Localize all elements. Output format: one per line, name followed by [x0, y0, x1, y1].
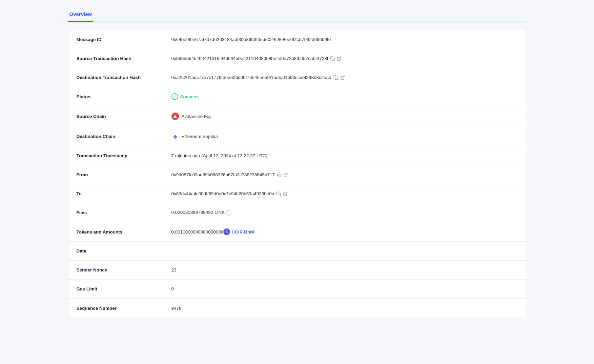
- hash-link-source-tx-hash[interactable]: 0x96b5b645f4f442131fc9466ff459e2211d4080…: [171, 56, 328, 61]
- row-data: Data: [68, 242, 526, 261]
- ccip-bnm-link[interactable]: CCIP-BnM: [231, 229, 254, 235]
- row-message-id: Message ID0x64be9f0e67af707d6203184adf30…: [68, 30, 526, 49]
- label-gas-limit: Gas Limit: [77, 286, 171, 291]
- svg-line-8: [285, 192, 287, 194]
- value-status: ✓Success: [171, 93, 518, 100]
- row-gas-limit: Gas Limit0: [68, 280, 526, 299]
- external-link-icon-dest-tx-hash[interactable]: [340, 75, 345, 80]
- label-message-id: Message ID: [77, 37, 171, 42]
- row-sequence-number: Sequence Number9478: [68, 299, 526, 318]
- ethereum-icon: ◆: [171, 133, 179, 140]
- value-gas-limit: 0: [171, 286, 518, 291]
- label-dest-chain: Destination Chain: [77, 134, 171, 139]
- label-to: To: [77, 191, 171, 196]
- tab-bar: Overview: [68, 7, 526, 22]
- copy-icon-dest-tx-hash[interactable]: [333, 75, 338, 80]
- svg-rect-0: [332, 58, 335, 61]
- label-tokens-amounts: Tokens and Amounts: [77, 229, 171, 235]
- value-message-id: 0x64be9f0e67af707d6203184adf30e86b3f0edd…: [171, 37, 518, 42]
- row-fees: Fees0.020020889739492 LINKi: [68, 203, 526, 222]
- row-dest-chain: Destination Chain◆Ethereum Sepolia: [68, 126, 526, 146]
- row-status: Status✓Success: [68, 87, 526, 106]
- value-fees: 0.020020889739492 LINKi: [171, 210, 518, 216]
- value-source-chain: Avalanche Fuji: [171, 113, 518, 120]
- hash-link-to[interactable]: 0x83dc44a4c00dff69d0a0c7c94b20b53a4933be…: [171, 191, 274, 196]
- dest-chain-name: Ethereum Sepolia: [182, 134, 218, 139]
- ccip-bnm-icon: ⬡: [223, 228, 230, 235]
- source-chain-name: Avalanche Fuji: [182, 114, 211, 119]
- tab-overview[interactable]: Overview: [68, 7, 94, 22]
- copy-icon-from[interactable]: [277, 173, 282, 177]
- label-source-tx-hash: Source Transaction Hash: [77, 56, 171, 61]
- status-badge: ✓Success: [171, 93, 199, 100]
- page-container: Overview Message ID0x64be9f0e67af707d620…: [60, 0, 534, 325]
- value-sender-nonce: 23: [171, 267, 518, 272]
- label-status: Status: [77, 94, 171, 99]
- row-timestamp: Transaction Timestamp7 minutes ago (Apri…: [68, 146, 526, 165]
- label-sender-nonce: Sender Nonce: [77, 267, 171, 272]
- row-to: To0x83dc44a4c00dff69d0a0c7c94b20b53a4933…: [68, 184, 526, 203]
- status-text: Success: [180, 94, 199, 99]
- svg-rect-7: [278, 193, 281, 196]
- row-tokens-amounts: Tokens and Amounts0.0010000000000000000 …: [68, 222, 526, 242]
- value-dest-tx-hash: 0xa25201aca77a7c1779fd6ae06d09f76546eea9…: [171, 75, 518, 80]
- value-from: 0x9d087fc03ae39b088326b67fa3c788236645b7…: [171, 172, 518, 177]
- svg-marker-4: [173, 115, 177, 118]
- label-timestamp: Transaction Timestamp: [77, 153, 171, 158]
- row-source-tx-hash: Source Transaction Hash0x96b5b645f4f4421…: [68, 49, 526, 68]
- copy-icon-to[interactable]: [276, 191, 281, 196]
- token-amount-wrap: 0.0010000000000000000 ⬡CCIP-BnM: [171, 228, 518, 235]
- svg-line-6: [286, 173, 288, 175]
- value-timestamp: 7 minutes ago (April 12, 2024 at 13:22:3…: [171, 153, 518, 158]
- label-sequence-number: Sequence Number: [77, 306, 171, 311]
- hash-link-from[interactable]: 0x9d087fc03ae39b088326b67fa3c788236645b7…: [171, 172, 275, 177]
- external-link-icon-to[interactable]: [283, 191, 288, 196]
- row-sender-nonce: Sender Nonce23: [68, 261, 526, 280]
- label-fees: Fees: [77, 210, 171, 215]
- success-icon: ✓: [171, 93, 178, 100]
- row-from: From0x9d087fc03ae39b088326b67fa3c7882366…: [68, 165, 526, 184]
- value-sequence-number: 9478: [171, 306, 518, 311]
- fees-info-icon[interactable]: i: [226, 210, 231, 216]
- value-to: 0x83dc44a4c00dff69d0a0c7c94b20b53a4933be…: [171, 191, 518, 196]
- value-tokens-amounts: 0.0010000000000000000 ⬡CCIP-BnM: [171, 228, 518, 235]
- svg-line-1: [339, 57, 341, 59]
- svg-rect-5: [279, 174, 281, 177]
- token-amount: 0.0010000000000000000: [171, 229, 224, 235]
- external-link-icon-from[interactable]: [284, 173, 288, 177]
- overview-card: Message ID0x64be9f0e67af707d6203184adf30…: [68, 30, 526, 318]
- external-link-icon-source-tx-hash[interactable]: [337, 56, 342, 61]
- row-dest-tx-hash: Destination Transaction Hash0xa25201aca7…: [68, 68, 526, 87]
- label-data: Data: [77, 248, 171, 254]
- value-source-tx-hash: 0x96b5b645f4f442131fc9466ff459e2211d4080…: [171, 56, 518, 61]
- value-dest-chain: ◆Ethereum Sepolia: [171, 133, 518, 140]
- label-dest-tx-hash: Destination Transaction Hash: [77, 75, 171, 80]
- row-source-chain: Source ChainAvalanche Fuji: [68, 106, 526, 126]
- svg-line-3: [342, 76, 344, 78]
- hash-link-dest-tx-hash[interactable]: 0xa25201aca77a7c1779fd6ae06d09f76546eea9…: [171, 75, 331, 80]
- label-from: From: [77, 172, 171, 177]
- avalanche-icon: [171, 113, 179, 120]
- label-source-chain: Source Chain: [77, 114, 171, 119]
- dest-chain-value: ◆Ethereum Sepolia: [171, 133, 218, 140]
- copy-icon-source-tx-hash[interactable]: [330, 56, 335, 61]
- fees-value: 0.020020889739492 LINK: [171, 210, 225, 215]
- source-chain-value: Avalanche Fuji: [171, 113, 211, 120]
- svg-rect-2: [335, 77, 338, 80]
